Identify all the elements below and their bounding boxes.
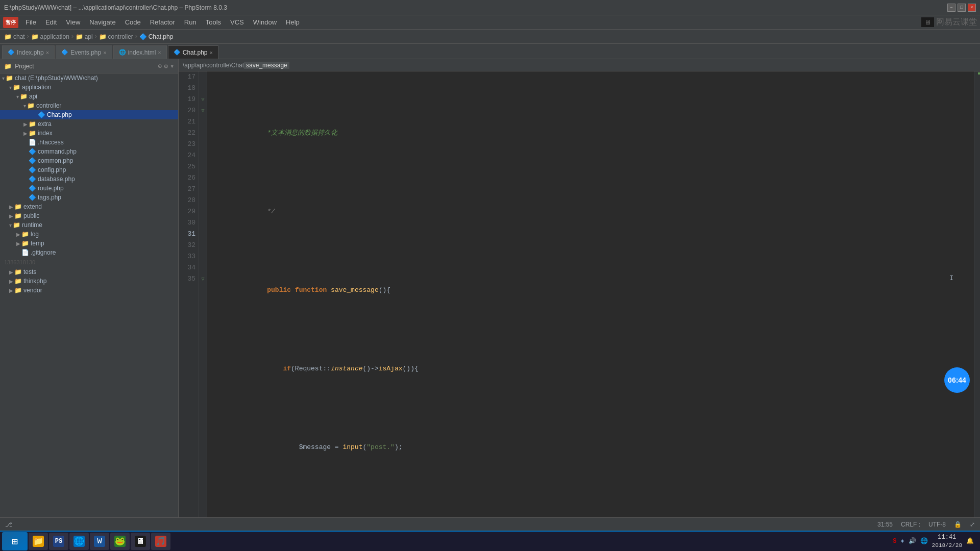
taskbar-terminal[interactable]: 🖥 <box>131 533 150 550</box>
fold-19[interactable]: ▽ <box>199 94 207 105</box>
menu-navigate[interactable]: Navigate <box>85 16 119 28</box>
watermark-text: 网易云课堂 <box>936 17 977 28</box>
nav-application[interactable]: 📁 application <box>31 33 69 40</box>
menu-edit[interactable]: Edit <box>41 16 61 28</box>
tree-item-gitignore[interactable]: ▶ 📄 .gitignore <box>0 248 178 257</box>
tab-eventsphp[interactable]: 🔷 Events.php × <box>56 45 112 59</box>
tree-item-public[interactable]: ▶ 📁 public <box>0 211 178 220</box>
tray-volume[interactable]: 🔊 <box>909 537 916 545</box>
taskbar-browser[interactable]: 🌐 <box>69 533 89 550</box>
arrow-chat: ▾ <box>2 76 5 81</box>
time-date: 2018/2/28 <box>932 542 962 549</box>
restore-button[interactable]: □ <box>958 4 966 12</box>
tree-item-htaccess[interactable]: ▶ 📄 .htaccess <box>0 138 178 147</box>
tab-close-eventsphp[interactable]: × <box>103 49 106 56</box>
status-crlf: CRLF : <box>901 521 920 528</box>
sidebar-sync-icon[interactable]: ⊙ <box>158 62 162 70</box>
tree-item-vendor[interactable]: ▶ 📁 vendor <box>0 286 178 295</box>
folder-icon-temp: 📁 <box>21 240 29 247</box>
php-icon-databasephp: 🔷 <box>29 176 36 183</box>
nav-bar: 📁 chat › 📁 application › 📁 api › 📁 contr… <box>0 30 980 44</box>
arrow-vendor: ▶ <box>9 288 13 293</box>
nav-chat[interactable]: 📁 chat <box>4 33 25 40</box>
path-highlight: save_message <box>244 62 289 69</box>
tree-item-controller[interactable]: ▾ 📁 controller <box>0 101 178 110</box>
tree-item-chatphp[interactable]: ▶ 🔷 Chat.php <box>0 110 178 119</box>
arrow-api: ▾ <box>16 94 19 99</box>
sidebar-title: 📁 Project <box>4 63 34 70</box>
tree-item-routephp[interactable]: ▶ 🔷 route.php <box>0 184 178 193</box>
ln-29: 29 <box>182 206 195 217</box>
tree-item-application[interactable]: ▾ 📁 application <box>0 83 178 92</box>
php-icon-commonphp: 🔷 <box>29 157 36 164</box>
arrow-extra: ▶ <box>23 121 28 127</box>
tree-item-configphp[interactable]: ▶ 🔷 config.php <box>0 165 178 174</box>
menu-vcs[interactable]: VCS <box>226 16 248 28</box>
tab-close-chatphp[interactable]: × <box>209 49 212 56</box>
explorer-icon: 📁 <box>33 536 44 547</box>
taskbar-phpstorm[interactable]: PS <box>49 533 68 550</box>
code-content[interactable]: *文本消息的数据持久化 */ public function save_mess… <box>207 71 974 521</box>
fold-20[interactable]: ▽ <box>199 105 207 116</box>
tree-item-databasephp[interactable]: ▶ 🔷 database.php <box>0 174 178 184</box>
tree-item-api[interactable]: ▾ 📁 api <box>0 92 178 101</box>
menu-file[interactable]: File <box>21 16 40 28</box>
tab-chatphp[interactable]: 🔷 Chat.php × <box>168 45 218 59</box>
tray-notification[interactable]: 🔔 <box>966 537 974 545</box>
php-icon-commandphp: 🔷 <box>29 148 36 155</box>
minimize-button[interactable]: − <box>947 4 955 12</box>
folder-icon-public: 📁 <box>14 212 22 219</box>
ln-33: 33 <box>182 251 195 262</box>
browser-icon: 🌐 <box>74 536 85 547</box>
window-controls: − □ × <box>947 4 976 12</box>
fold-35[interactable]: ▽ <box>199 273 207 285</box>
ln-27: 27 <box>182 184 195 195</box>
tree-item-extra[interactable]: ▶ 📁 extra <box>0 119 178 129</box>
start-button[interactable]: ⊞ <box>2 532 28 550</box>
menu-code[interactable]: Code <box>121 16 145 28</box>
taskbar-frog[interactable]: 🐸 <box>110 533 130 550</box>
tree-item-temp[interactable]: ▶ 📁 temp <box>0 239 178 248</box>
menu-view[interactable]: View <box>62 16 84 28</box>
tree-item-tests[interactable]: ▶ 📁 tests <box>0 267 178 277</box>
taskbar-explorer[interactable]: 📁 <box>29 533 48 550</box>
tree-item-tagsphp[interactable]: ▶ 🔷 tags.php <box>0 193 178 202</box>
close-button[interactable]: × <box>968 4 976 12</box>
code-editor[interactable]: 17 18 19 20 21 22 23 24 25 26 27 28 29 3… <box>179 71 980 521</box>
fold-21 <box>199 116 207 128</box>
fold-32 <box>199 240 207 251</box>
tab-close-indexphp[interactable]: × <box>46 49 49 56</box>
menu-refactor[interactable]: Refactor <box>146 16 179 28</box>
tree-item-index[interactable]: ▶ 📁 index <box>0 129 178 138</box>
sidebar-gear-icon[interactable]: ⚙ <box>164 62 168 70</box>
tree-item-runtime[interactable]: ▾ 📁 runtime <box>0 220 178 230</box>
nav-controller[interactable]: 📁 controller <box>99 33 133 40</box>
tree-item-chat[interactable]: ▾ 📁 chat (E:\phpStudy\WWW\chat) <box>0 73 178 83</box>
sidebar-collapse-icon[interactable]: ▾ <box>170 62 174 70</box>
path-prefix: \app\api\controlle\Chat <box>183 62 244 69</box>
tree-item-extend[interactable]: ▶ 📁 extend <box>0 202 178 211</box>
terminal-icon: 🖥 <box>135 536 146 547</box>
taskbar-music[interactable]: 🎵 <box>151 533 170 550</box>
tree-root: ▾ 📁 chat (E:\phpStudy\WWW\chat) ▾ 📁 appl… <box>0 73 178 295</box>
menu-help[interactable]: Help <box>282 16 304 28</box>
tree-item-thinkphp[interactable]: ▶ 📁 thinkphp <box>0 277 178 286</box>
taskbar-word[interactable]: W <box>90 533 109 550</box>
folder-icon-application: 📁 <box>13 84 20 91</box>
ln-32: 32 <box>182 240 195 251</box>
tab-indexhtml[interactable]: 🌐 index.html × <box>113 45 167 59</box>
nav-chatphp[interactable]: 🔷 Chat.php <box>139 33 174 40</box>
menu-run[interactable]: Run <box>180 16 201 28</box>
menu-tools[interactable]: Tools <box>202 16 225 28</box>
nav-api[interactable]: 📁 api <box>76 33 93 40</box>
tab-bar: 🔷 Index.php × 🔷 Events.php × 🌐 index.htm… <box>0 44 980 59</box>
tree-item-log[interactable]: ▶ 📁 log <box>0 230 178 239</box>
tree-item-commandphp[interactable]: ▶ 🔷 command.php <box>0 147 178 156</box>
tab-icon-indexphp: 🔷 <box>8 49 15 56</box>
fold-26 <box>199 172 207 184</box>
phpstorm-logo[interactable]: 暂停 <box>3 17 18 28</box>
menu-window[interactable]: Window <box>249 16 281 28</box>
tab-close-indexhtml[interactable]: × <box>158 49 161 56</box>
tree-item-commonphp[interactable]: ▶ 🔷 common.php <box>0 156 178 165</box>
tab-indexphp[interactable]: 🔷 Index.php × <box>2 45 55 59</box>
